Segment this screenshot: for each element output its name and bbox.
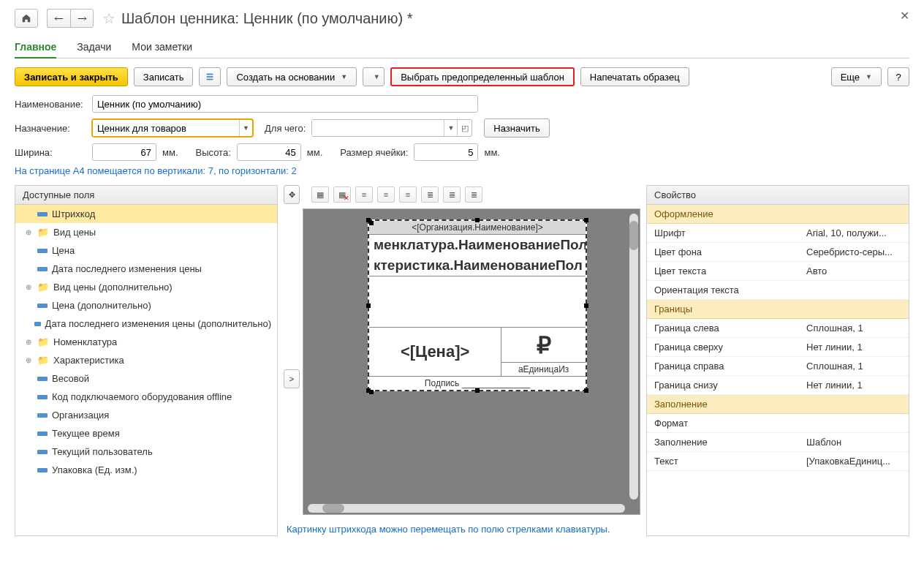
tree-item[interactable]: Упаковка (Ед. изм.) bbox=[15, 461, 277, 479]
purpose-input[interactable] bbox=[93, 120, 239, 136]
attach-dropdown-button[interactable]: ▼ bbox=[363, 67, 385, 86]
tree-item[interactable]: Код подключаемого оборудования offline bbox=[15, 388, 277, 406]
tpl-barcode-area[interactable] bbox=[369, 276, 586, 328]
forwhat-open-icon[interactable]: ◰ bbox=[457, 120, 472, 136]
prop-row[interactable]: Граница сверхуНет линии, 1 bbox=[647, 338, 909, 357]
prop-value[interactable]: Нет линии, 1 bbox=[806, 342, 901, 353]
resize-handle[interactable] bbox=[584, 218, 588, 222]
name-input[interactable] bbox=[92, 95, 478, 113]
tpl-nom[interactable]: менклатура.НаименованиеПол bbox=[369, 235, 586, 255]
toggle-grid-button[interactable]: ▦ bbox=[311, 187, 329, 203]
align-top-button[interactable]: ≣ bbox=[421, 187, 439, 203]
toggle-grid-off-button[interactable]: ▦✕ bbox=[333, 187, 351, 203]
save-button[interactable]: Записать bbox=[134, 67, 194, 86]
prop-row[interactable]: Граница слеваСплошная, 1 bbox=[647, 319, 909, 338]
tree-item[interactable]: Дата последнего изменения цены bbox=[15, 260, 277, 278]
tree-item[interactable]: Цена bbox=[15, 241, 277, 260]
prop-value[interactable]: Arial, 10, полужи... bbox=[806, 227, 901, 238]
prop-row[interactable]: Граница снизуНет линии, 1 bbox=[647, 376, 909, 395]
align-middle-button[interactable]: ≣ bbox=[443, 187, 461, 203]
prop-row[interactable]: ЗаполнениеШаблон bbox=[647, 433, 909, 452]
help-button[interactable]: ? bbox=[887, 67, 909, 86]
more-button[interactable]: Еще▼ bbox=[831, 67, 882, 86]
tree-item[interactable]: Дата последнего изменения цены (дополнит… bbox=[15, 315, 277, 333]
prop-value[interactable]: Нет линии, 1 bbox=[806, 380, 901, 391]
prop-row[interactable]: Цвет текстаАвто bbox=[647, 262, 909, 281]
align-bottom-button[interactable]: ≣ bbox=[465, 187, 482, 203]
tree-item[interactable]: Штрихкод bbox=[15, 205, 277, 223]
expander-icon[interactable]: ⊕ bbox=[24, 228, 33, 236]
align-left-button[interactable]: ≡ bbox=[355, 187, 373, 203]
canvas-hscrollbar[interactable] bbox=[308, 504, 625, 513]
close-button[interactable]: ✕ bbox=[900, 9, 909, 23]
resize-handle[interactable] bbox=[584, 388, 588, 393]
tree-item[interactable]: ⊕📁Номенклатура bbox=[15, 333, 277, 351]
tpl-org[interactable]: <[Организация.Наименование]> bbox=[369, 221, 586, 235]
prop-value[interactable]: [УпаковкаЕдиниц... bbox=[806, 456, 901, 467]
label-canvas[interactable]: <[Организация.Наименование]> менклатура.… bbox=[303, 208, 640, 515]
expander-icon[interactable]: ⊕ bbox=[24, 356, 33, 364]
prop-value[interactable] bbox=[806, 418, 901, 429]
purpose-combo[interactable]: ▼ bbox=[92, 119, 253, 137]
select-predefined-button[interactable]: Выбрать предопределенный шаблон bbox=[390, 67, 575, 86]
properties-table[interactable]: ОформлениеШрифтArial, 10, полужи...Цвет … bbox=[647, 205, 909, 535]
move-handle-button[interactable]: ✥ bbox=[284, 185, 300, 204]
tree-item[interactable]: ⊕📁Характеристика bbox=[15, 351, 277, 369]
list-icon-button[interactable] bbox=[199, 67, 221, 86]
resize-handle[interactable] bbox=[475, 218, 480, 222]
prop-row[interactable]: ШрифтArial, 10, полужи... bbox=[647, 224, 909, 243]
tree-item[interactable]: Весовой bbox=[15, 369, 277, 388]
print-sample-button[interactable]: Напечатать образец bbox=[580, 67, 689, 86]
cell-input[interactable] bbox=[414, 143, 478, 161]
back-button[interactable]: 🡐 bbox=[47, 9, 70, 28]
canvas-vscrollbar[interactable] bbox=[629, 214, 638, 500]
save-close-button[interactable]: Записать и закрыть bbox=[15, 67, 128, 86]
tree-item[interactable]: ⊕📁Вид цены bbox=[15, 223, 277, 241]
height-input[interactable] bbox=[237, 143, 301, 161]
width-input[interactable] bbox=[92, 143, 156, 161]
tpl-unit[interactable]: аЕдиницаИз bbox=[501, 363, 586, 376]
fields-tree[interactable]: Штрихкод⊕📁Вид ценыЦенаДата последнего из… bbox=[15, 205, 277, 535]
forward-button[interactable]: 🡒 bbox=[70, 9, 94, 28]
tree-item[interactable]: ⊕📁Вид цены (дополнительно) bbox=[15, 278, 277, 296]
tpl-price[interactable]: <[Цена]> bbox=[369, 328, 501, 376]
tree-item[interactable]: Текущее время bbox=[15, 424, 277, 442]
tpl-char[interactable]: ктеристика.НаименованиеПол bbox=[369, 255, 586, 276]
resize-handle[interactable] bbox=[366, 304, 371, 308]
home-button[interactable] bbox=[15, 9, 38, 28]
expander-icon[interactable]: ⊕ bbox=[24, 283, 33, 291]
create-based-button[interactable]: Создать на основании▼ bbox=[227, 67, 357, 86]
forwhat-dropdown-icon[interactable]: ▼ bbox=[444, 120, 457, 136]
forwhat-combo[interactable]: ▼ ◰ bbox=[311, 119, 472, 137]
tab-notes[interactable]: Мои заметки bbox=[132, 37, 192, 58]
prop-row[interactable]: Цвет фонаСеребристо-серы... bbox=[647, 243, 909, 262]
resize-handle[interactable] bbox=[366, 218, 371, 222]
expander-icon[interactable]: ⊕ bbox=[24, 338, 33, 346]
purpose-dropdown-icon[interactable]: ▼ bbox=[239, 120, 252, 136]
prop-row[interactable]: Граница справаСплошная, 1 bbox=[647, 357, 909, 376]
prop-row[interactable]: Формат bbox=[647, 414, 909, 433]
prop-value[interactable]: Сплошная, 1 bbox=[806, 361, 901, 372]
insert-field-button[interactable]: > bbox=[284, 369, 300, 388]
assign-button[interactable]: Назначить bbox=[484, 118, 549, 138]
prop-value[interactable]: Шаблон bbox=[806, 437, 901, 448]
prop-value[interactable]: Сплошная, 1 bbox=[806, 323, 901, 334]
prop-value[interactable]: Авто bbox=[806, 265, 901, 276]
favorite-star-icon[interactable]: ☆ bbox=[102, 10, 116, 27]
prop-value[interactable]: Серебристо-серы... bbox=[806, 246, 901, 257]
resize-handle[interactable] bbox=[366, 388, 371, 393]
tree-item[interactable]: Организация bbox=[15, 406, 277, 424]
tree-item[interactable]: Цена (дополнительно) bbox=[15, 296, 277, 315]
tab-tasks[interactable]: Задачи bbox=[77, 37, 111, 58]
resize-handle[interactable] bbox=[475, 388, 480, 393]
tpl-ruble[interactable]: ₽ bbox=[501, 328, 586, 363]
prop-row[interactable]: Текст[УпаковкаЕдиниц... bbox=[647, 452, 909, 471]
tab-main[interactable]: Главное bbox=[15, 37, 56, 59]
forwhat-input[interactable] bbox=[312, 120, 444, 136]
align-center-button[interactable]: ≡ bbox=[377, 187, 395, 203]
tree-item[interactable]: Текущий пользователь bbox=[15, 442, 277, 461]
align-right-button[interactable]: ≡ bbox=[399, 187, 417, 203]
prop-value[interactable] bbox=[806, 285, 901, 295]
label-template-frame[interactable]: <[Организация.Наименование]> менклатура.… bbox=[368, 219, 587, 391]
prop-row[interactable]: Ориентация текста bbox=[647, 281, 909, 300]
